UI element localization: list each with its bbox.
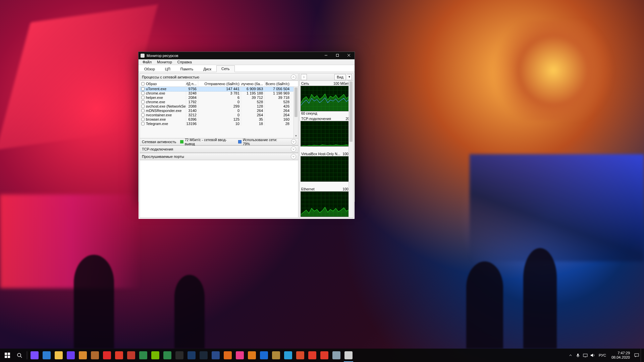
taskbar-app-app-cube[interactable] [210, 349, 222, 362]
taskbar-app-yandex[interactable] [306, 349, 318, 362]
collapsed-sections: Сетевая активность 72 Мбит/с - сетевой в… [140, 138, 298, 160]
row-checkbox[interactable] [141, 118, 145, 121]
taskbar-app-app-gold[interactable] [270, 349, 282, 362]
taskbar-app-app-circle-red[interactable] [125, 349, 137, 362]
row-checkbox[interactable] [141, 100, 145, 104]
section-net-activity-header[interactable]: Сетевая активность 72 Мбит/с - сетевой в… [140, 138, 298, 145]
table-row[interactable]: Telegram.exe13196101828 [140, 122, 298, 126]
nav-arrow-button[interactable] [301, 74, 307, 80]
graph-block: VirtualBox Host-Only N...100%0 [300, 151, 353, 186]
tray-volume-icon[interactable] [589, 349, 596, 362]
taskbar-app-yandex-search[interactable] [318, 349, 330, 362]
view-button[interactable]: Вид [334, 74, 346, 80]
section-net-activity-title: Сетевая активность [142, 140, 176, 144]
table-row[interactable]: svchost.exe (NetworkService...2088299128… [140, 104, 298, 109]
table-row[interactable]: chrome.exe32483 7811 195 1881 198 969 [140, 91, 298, 96]
scroll-thumb[interactable] [294, 87, 298, 117]
menu-file[interactable]: Файл [140, 59, 154, 65]
taskbar-app-nvidia[interactable] [149, 349, 161, 362]
taskbar-app-app-purple[interactable] [65, 349, 77, 362]
tab-memory[interactable]: Память [175, 66, 198, 72]
start-button[interactable] [1, 349, 13, 362]
col-pid[interactable]: ИД п... [186, 81, 198, 86]
taskbar-app-photoshop[interactable] [185, 349, 198, 362]
cell-total: 1 198 969 [265, 91, 291, 95]
scroll-thumb[interactable] [350, 81, 353, 142]
cell-pid: 2088 [186, 104, 198, 108]
right-pane-toolbar: Вид ▼ [300, 73, 353, 81]
row-checkbox[interactable] [141, 92, 145, 95]
tab-disk[interactable]: Диск [198, 66, 216, 72]
tray-network-icon[interactable] [582, 349, 589, 362]
chevron-up-icon[interactable] [291, 74, 296, 80]
table-row[interactable]: helper.exe2084639 71239 718 [140, 96, 298, 100]
taskbar-app-utorrent[interactable] [161, 349, 173, 362]
cell-image: svchost.exe (NetworkService... [146, 104, 186, 108]
col-total[interactable]: Всего (байт/с) [265, 81, 291, 86]
taskbar-app-yandex-alice[interactable] [29, 349, 41, 362]
chevron-down-icon[interactable] [291, 154, 296, 159]
tray-microphone-icon[interactable] [575, 349, 581, 362]
close-button[interactable] [343, 52, 355, 59]
section-ports-header[interactable]: Прослушиваемые порты [140, 153, 298, 160]
taskbar-app-resource-monitor[interactable] [342, 349, 355, 362]
col-sent[interactable]: Отправлено (байт/с) [198, 81, 241, 86]
table-row[interactable]: uTorrent.exe9756147 4416 909 0637 056 50… [140, 87, 298, 91]
taskbar-app-firefox[interactable] [222, 349, 234, 362]
taskbar-app-amd[interactable] [101, 349, 113, 362]
section-tcp-header[interactable]: TCP-подключения [140, 145, 298, 153]
right-pane-scrollbar[interactable] [348, 81, 353, 218]
row-checkbox[interactable] [141, 113, 145, 117]
action-center-button[interactable] [633, 349, 640, 362]
chevron-down-icon[interactable] [291, 146, 296, 152]
minimize-button[interactable] [320, 52, 332, 59]
taskbar-app-explorer[interactable] [53, 349, 65, 362]
taskbar-app-photos[interactable] [89, 349, 101, 362]
taskbar-app-steam[interactable] [198, 349, 210, 362]
maximize-button[interactable] [332, 52, 343, 59]
col-image[interactable]: Образ [140, 81, 186, 86]
tab-cpu[interactable]: ЦП [160, 66, 175, 72]
cell-pid: 6396 [186, 117, 198, 121]
taskbar-app-app-notes[interactable] [330, 349, 342, 362]
tab-network[interactable]: Сеть [216, 65, 234, 72]
table-row[interactable]: mDNSResponder.exe31400264264 [140, 109, 298, 113]
row-checkbox[interactable] [141, 122, 145, 125]
search-button[interactable] [13, 349, 25, 362]
taskbar-app-ccleaner[interactable] [113, 349, 125, 362]
row-checkbox[interactable] [141, 109, 145, 112]
tray-clock[interactable]: 7:47:29 08.04.2020 [609, 351, 633, 360]
wallpaper-figure [174, 275, 205, 349]
table-row[interactable]: chrome.exe17920528528 [140, 100, 298, 104]
row-checkbox[interactable] [141, 87, 145, 90]
taskbar-app-telegram[interactable] [282, 349, 294, 362]
taskbar-app-itunes[interactable] [234, 349, 246, 362]
view-dropdown-button[interactable]: ▼ [347, 74, 352, 80]
row-checkbox[interactable] [141, 105, 145, 108]
chevron-down-icon[interactable] [291, 139, 296, 144]
graph-block: Сеть100 Мбит/с60 секунд0 [300, 81, 353, 116]
menu-monitor[interactable]: Монитор [154, 59, 175, 65]
col-recv[interactable]: Получено (ба... [241, 81, 265, 86]
tab-overview[interactable]: Обзор [139, 66, 160, 72]
taskbar-app-utorrent-web[interactable] [137, 349, 149, 362]
scroll-down-icon[interactable]: ▼ [294, 133, 298, 138]
table-row[interactable]: browser.exe639612535160 [140, 117, 298, 122]
row-checkbox[interactable] [141, 96, 145, 99]
table-scrollbar[interactable]: ▲ ▼ [293, 87, 298, 138]
taskbar-app-vlc[interactable] [246, 349, 258, 362]
section-processes-header[interactable]: Процессы с сетевой активностью [140, 73, 298, 81]
table-row[interactable]: nvcontainer.exe32120264264 [140, 113, 298, 117]
titlebar[interactable]: Монитор ресурсов [139, 52, 355, 59]
taskbar-app-epic[interactable] [173, 349, 185, 362]
menu-help[interactable]: Справка [175, 59, 195, 65]
tray-language[interactable]: РУС [597, 353, 608, 357]
taskbar-app-mail[interactable] [41, 349, 53, 362]
select-all-checkbox[interactable] [141, 82, 145, 85]
telegram-icon [284, 351, 292, 359]
taskbar-app-store[interactable] [77, 349, 89, 362]
show-desktop-button[interactable] [641, 349, 643, 362]
taskbar-app-chrome[interactable] [294, 349, 306, 362]
tray-overflow-button[interactable] [567, 349, 574, 362]
taskbar-app-app-blue-circle[interactable] [258, 349, 270, 362]
